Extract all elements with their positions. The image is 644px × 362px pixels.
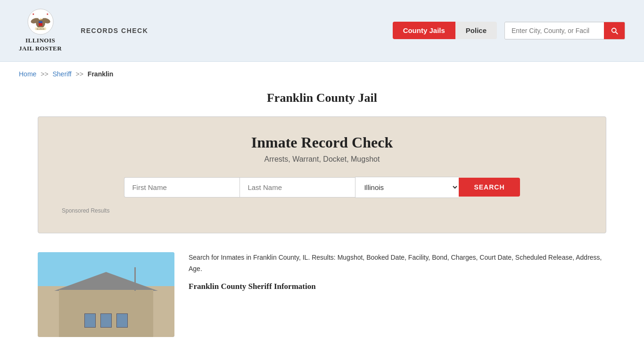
site-header: ★ ★ ILLINOIS ILLINOIS JAIL ROSTER RECORD… xyxy=(0,0,644,62)
site-logo[interactable]: ★ ★ ILLINOIS ILLINOIS JAIL ROSTER xyxy=(19,8,62,53)
building-window xyxy=(100,313,112,328)
content-subheading: Franklin County Sheriff Information xyxy=(189,282,606,291)
search-fields: AlabamaAlaskaArizonaArkansasCaliforniaCo… xyxy=(62,177,582,198)
inmate-search-subtitle: Arrests, Warrant, Docket, Mugshot xyxy=(62,155,582,164)
svg-text:★: ★ xyxy=(46,13,49,16)
first-name-input[interactable] xyxy=(124,177,239,197)
breadcrumb-home[interactable]: Home xyxy=(19,70,36,78)
inmate-search-title: Inmate Record Check xyxy=(62,134,582,151)
state-select[interactable]: AlabamaAlaskaArizonaArkansasCaliforniaCo… xyxy=(355,177,459,198)
inmate-search-box: Inmate Record Check Arrests, Warrant, Do… xyxy=(38,116,606,233)
search-icon xyxy=(610,26,619,35)
inmate-search-button[interactable]: SEARCH xyxy=(459,178,520,197)
content-section: Search for Inmates in Franklin County, I… xyxy=(0,247,644,351)
svg-text:★: ★ xyxy=(32,13,34,16)
svg-text:ILLINOIS: ILLINOIS xyxy=(36,28,44,30)
content-text: Search for Inmates in Franklin County, I… xyxy=(189,252,606,292)
breadcrumb-sep2: >> xyxy=(76,70,83,78)
header-search-button[interactable] xyxy=(604,22,625,39)
content-description: Search for Inmates in Franklin County, I… xyxy=(189,252,606,275)
header-search-input[interactable] xyxy=(505,23,604,39)
building-window xyxy=(116,313,128,328)
last-name-input[interactable] xyxy=(239,177,355,197)
logo-text: ILLINOIS JAIL ROSTER xyxy=(19,37,62,53)
page-title: Franklin County Jail xyxy=(19,91,625,105)
breadcrumb-current: Franklin xyxy=(88,70,113,78)
page-title-area: Franklin County Jail xyxy=(0,82,644,116)
breadcrumb: Home >> Sheriff >> Franklin xyxy=(0,62,644,82)
main-nav: County Jails Police xyxy=(393,22,625,40)
illinois-seal-icon: ★ ★ ILLINOIS xyxy=(27,8,54,35)
police-button[interactable]: Police xyxy=(455,22,497,39)
records-check-label: RECORDS CHECK xyxy=(81,27,148,34)
breadcrumb-sheriff[interactable]: Sheriff xyxy=(53,70,72,78)
facility-image xyxy=(38,252,174,337)
building-window xyxy=(84,313,96,328)
header-search-bar xyxy=(504,22,625,40)
svg-rect-7 xyxy=(39,21,42,23)
sponsored-label: Sponsored Results xyxy=(62,207,582,214)
breadcrumb-sep1: >> xyxy=(41,70,48,78)
county-jails-button[interactable]: County Jails xyxy=(393,22,455,39)
